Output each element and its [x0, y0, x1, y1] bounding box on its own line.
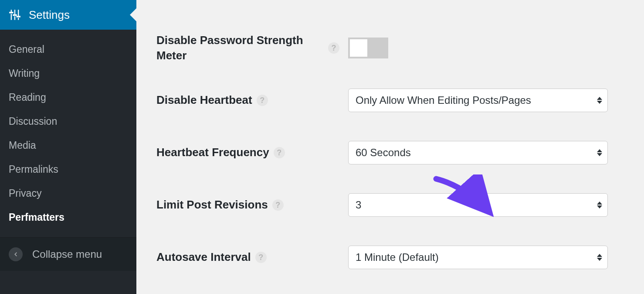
svg-rect-5: [9, 12, 13, 14]
collapse-icon: [9, 247, 23, 261]
select-value: 1 Minute (Default): [356, 251, 439, 263]
limit-post-revisions-select[interactable]: 3: [348, 193, 608, 217]
sidebar-item-general[interactable]: General: [0, 38, 136, 62]
sidebar-item-perfmatters[interactable]: Perfmatters: [0, 205, 136, 229]
svg-rect-4: [11, 14, 12, 20]
select-autosave-interval[interactable]: 1 Minute (Default): [348, 246, 608, 269]
svg-rect-3: [11, 10, 12, 12]
select-value: 3: [356, 199, 361, 211]
row-heartbeat-frequency: Heartbeat Frequency ? 60 Seconds: [156, 126, 627, 179]
row-disable-heartbeat: Disable Heartbeat ? Only Allow When Edit…: [156, 74, 627, 126]
help-icon[interactable]: ?: [328, 42, 339, 54]
select-heartbeat-frequency[interactable]: 60 Seconds: [348, 141, 608, 164]
select-value: 60 Seconds: [356, 147, 411, 159]
sidebar-item-writing[interactable]: Writing: [0, 62, 136, 85]
label-limit-revisions: Limit Post Revisions: [156, 197, 268, 212]
sidebar-current-settings[interactable]: Settings: [0, 0, 136, 30]
label-heartbeat-frequency: Heartbeat Frequency: [156, 145, 269, 160]
sidebar-item-privacy[interactable]: Privacy: [0, 181, 136, 205]
help-icon[interactable]: ?: [272, 199, 284, 211]
settings-panel: Disable Password Strength Meter ? Disabl…: [136, 0, 644, 294]
label-disable-heartbeat: Disable Heartbeat: [156, 92, 252, 108]
sidebar-item-reading[interactable]: Reading: [0, 85, 136, 109]
select-caret-icon: [597, 254, 602, 261]
svg-rect-2: [13, 14, 17, 16]
collapse-menu-button[interactable]: Collapse menu: [0, 237, 136, 271]
help-icon[interactable]: ?: [257, 95, 268, 106]
sidebar-current-label: Settings: [29, 8, 70, 22]
row-autosave-interval: Autosave Interval ? 1 Minute (Default): [156, 231, 627, 284]
select-caret-icon: [597, 97, 602, 104]
select-caret-icon: [597, 202, 602, 209]
toggle-knob: [350, 39, 367, 57]
help-icon[interactable]: ?: [274, 147, 285, 158]
sidebar-item-discussion[interactable]: Discussion: [0, 109, 136, 133]
toggle-password-meter[interactable]: [348, 38, 388, 58]
select-value: Only Allow When Editing Posts/Pages: [356, 94, 531, 106]
svg-rect-7: [18, 18, 19, 20]
sliders-icon: [9, 9, 21, 21]
svg-rect-1: [14, 17, 15, 20]
sidebar-item-permalinks[interactable]: Permalinks: [0, 157, 136, 181]
svg-rect-8: [17, 16, 20, 17]
select-disable-heartbeat[interactable]: Only Allow When Editing Posts/Pages: [348, 89, 608, 112]
row-limit-revisions: Limit Post Revisions ? 3: [156, 179, 627, 231]
sidebar-item-media[interactable]: Media: [0, 133, 136, 157]
admin-sidebar: Settings General Writing Reading Discuss…: [0, 0, 136, 294]
settings-submenu: General Writing Reading Discussion Media…: [0, 30, 136, 237]
row-password-meter: Disable Password Strength Meter ?: [156, 22, 627, 74]
label-autosave-interval: Autosave Interval: [156, 250, 251, 265]
collapse-menu-label: Collapse menu: [32, 248, 102, 260]
label-password-meter: Disable Password Strength Meter: [156, 33, 324, 63]
svg-rect-6: [18, 10, 19, 16]
svg-rect-0: [14, 10, 15, 14]
select-caret-icon: [597, 149, 602, 156]
help-icon[interactable]: ?: [255, 252, 267, 263]
